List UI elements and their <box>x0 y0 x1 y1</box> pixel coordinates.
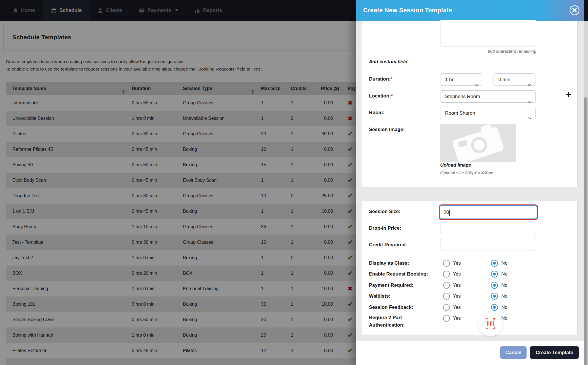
radio-option-label: Yes <box>453 315 461 321</box>
payment-required-label: Payment Required: <box>369 282 413 288</box>
add-location-icon[interactable]: + <box>566 89 571 100</box>
description-textarea[interactable] <box>440 20 536 46</box>
radio-option-label: No <box>501 260 508 266</box>
camera-icon <box>451 125 506 161</box>
session-size-input[interactable]: 20 <box>440 205 537 219</box>
create-template-button[interactable]: Create Template <box>530 346 579 359</box>
chevron-down-icon <box>474 79 478 90</box>
chars-remaining-text: 980 characters remaining <box>440 49 536 54</box>
location-select[interactable]: Stephens Room <box>440 90 536 103</box>
chevron-down-icon <box>528 112 532 124</box>
upload-image-link[interactable]: Upload Image <box>440 162 471 168</box>
modal-scrollbar-thumb[interactable] <box>584 97 587 365</box>
radio-option-label: No <box>501 315 508 321</box>
room-label: Room: <box>369 110 384 116</box>
waitlists-label: Waitlists: <box>369 293 390 299</box>
session-feedback-no-radio[interactable] <box>491 304 498 311</box>
require-2part-label-line2: Authentication: <box>369 322 405 328</box>
cancel-button[interactable]: Cancel <box>500 346 527 359</box>
dropin-price-input[interactable] <box>440 221 536 234</box>
credit-required-input[interactable] <box>440 238 536 251</box>
credit-required-label: Credit Required: <box>369 242 407 248</box>
chevron-down-icon <box>528 95 532 107</box>
duration-minutes-select[interactable]: 0 min <box>494 73 535 86</box>
radio-option-label: Yes <box>453 305 461 310</box>
required-asterisk: * <box>391 76 393 82</box>
session-image-placeholder[interactable] <box>440 124 516 162</box>
radio-option-label: No <box>501 271 508 277</box>
radio-option-label: No <box>501 282 508 288</box>
payment-required-no-radio[interactable] <box>491 282 498 289</box>
duration-label: Duration:* <box>369 76 392 82</box>
radio-option-label: No <box>501 293 508 299</box>
waitlists-no-radio[interactable] <box>491 293 498 300</box>
radio-option-label: Yes <box>453 293 461 299</box>
barcode-scan-icon <box>484 317 497 331</box>
radio-option-label: Yes <box>453 260 461 266</box>
display-as-class-yes-radio[interactable] <box>443 260 450 267</box>
chevron-down-icon <box>528 79 531 90</box>
session-size-label: Session Size: <box>369 209 401 214</box>
session-size-input-focus-ring: 20 <box>439 204 538 220</box>
radio-option-label: No <box>501 305 508 310</box>
text-cursor <box>449 210 450 216</box>
display-as-class-no-radio[interactable] <box>491 260 498 267</box>
location-label: Location:* <box>369 93 393 99</box>
required-asterisk: * <box>391 93 393 99</box>
enable-request-booking-yes-radio[interactable] <box>443 271 450 278</box>
modal-scrollbar-track[interactable] <box>584 21 588 365</box>
create-session-template-modal: Create New Session Template 980 characte… <box>356 0 588 365</box>
require-2part-label-line1: Require 2 Part <box>369 315 402 321</box>
session-image-label: Session Image: <box>369 127 405 132</box>
add-custom-field-link[interactable]: Add custom field <box>369 59 407 65</box>
enable-request-booking-no-radio[interactable] <box>491 271 498 278</box>
dropin-price-label: Drop-in Price: <box>369 225 401 231</box>
display-as-class-label: Display as Class: <box>369 260 409 266</box>
modal-title: Create New Session Template <box>356 7 452 14</box>
session-feedback-yes-radio[interactable] <box>443 304 450 311</box>
duration-hours-select[interactable]: 1 hr <box>440 73 482 86</box>
modal-header-corner <box>584 0 588 21</box>
modal-header: Create New Session Template <box>356 0 584 21</box>
radio-option-label: Yes <box>453 282 461 288</box>
close-icon[interactable] <box>569 5 580 16</box>
room-select[interactable]: Room Sharon <box>440 107 536 119</box>
session-feedback-label: Session Feedback: <box>369 305 413 310</box>
loading-badge <box>478 312 502 336</box>
enable-request-booking-label: Enable Request Booking: <box>369 271 428 277</box>
require-2part-yes-radio[interactable] <box>443 315 450 322</box>
payment-required-yes-radio[interactable] <box>443 282 450 289</box>
radio-option-label: Yes <box>453 271 461 277</box>
image-size-hint: Optimal size 800px x 400px <box>440 170 493 175</box>
waitlists-yes-radio[interactable] <box>443 293 450 300</box>
modal-footer: Cancel Create Template <box>356 341 584 365</box>
